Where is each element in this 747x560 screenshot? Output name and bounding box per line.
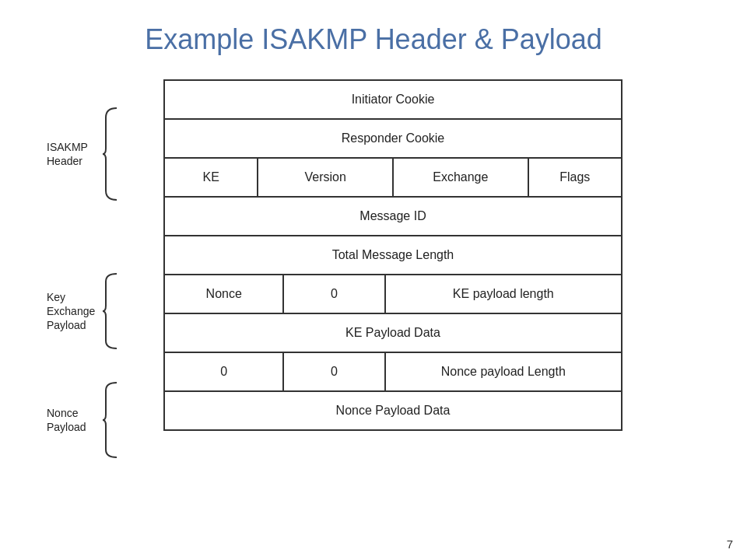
zero-cell-3: 0: [284, 353, 385, 390]
exchange-cell: Exchange: [394, 159, 529, 196]
nonce-payload-label: Nonce Payload: [47, 381, 124, 459]
nonce-payload-length-cell: Nonce payload Length: [386, 353, 621, 390]
isakmp-header-label: ISAKMP Header: [47, 107, 124, 201]
zero-cell-1: 0: [284, 275, 385, 313]
version-cell: Version: [258, 159, 394, 196]
key-exchange-brace: [101, 272, 124, 350]
ke-payload-length-cell: KE payload length: [386, 275, 621, 313]
packet-diagram-table: Initiator Cookie Responder Cookie KE Ver…: [163, 79, 622, 431]
total-message-length-cell: Total Message Length: [165, 236, 621, 274]
ke-payload-data-cell: KE Payload Data: [165, 314, 621, 352]
page-number: 7: [727, 537, 733, 551]
table-row: Responder Cookie: [165, 120, 621, 159]
table-row: Nonce Payload Data: [165, 392, 621, 429]
table-row: KE Version Exchange Flags: [165, 159, 621, 198]
nonce-payload-brace: [101, 381, 124, 459]
table-row: KE Payload Data: [165, 314, 621, 353]
key-exchange-label: Key Exchange Payload: [47, 272, 124, 350]
isakmp-header-brace: [101, 107, 124, 201]
nonce-payload-data-cell: Nonce Payload Data: [165, 392, 621, 429]
table-row: Initiator Cookie: [165, 81, 621, 120]
initiator-cookie-cell: Initiator Cookie: [165, 81, 621, 118]
zero-cell-2: 0: [165, 353, 284, 390]
message-id-cell: Message ID: [165, 198, 621, 235]
table-row: 0 0 Nonce payload Length: [165, 353, 621, 392]
ke-cell: KE: [165, 159, 258, 196]
flags-cell: Flags: [529, 159, 621, 196]
nonce-cell: Nonce: [165, 275, 284, 313]
table-row: Nonce 0 KE payload length: [165, 275, 621, 314]
table-row: Message ID: [165, 198, 621, 236]
page-title: Example ISAKMP Header & Payload: [0, 0, 747, 72]
table-row: Total Message Length: [165, 236, 621, 275]
responder-cookie-cell: Responder Cookie: [165, 120, 621, 157]
